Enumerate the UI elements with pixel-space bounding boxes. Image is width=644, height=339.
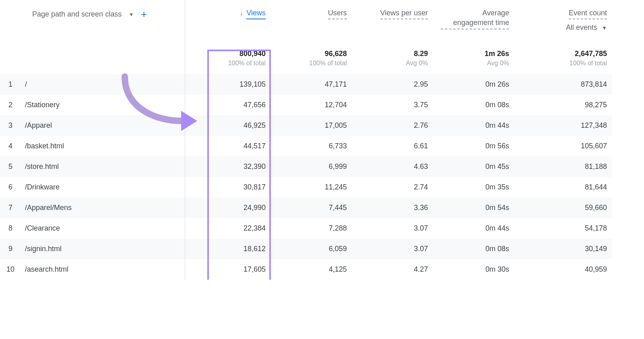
cell-event-count: 98,275 xyxy=(514,95,612,115)
row-index: 9 xyxy=(0,239,25,259)
cell-users: 17,005 xyxy=(270,115,352,136)
cell-event-count: 81,188 xyxy=(514,156,612,177)
cell-users: 7,445 xyxy=(270,198,352,218)
page-path[interactable]: /Apparel/Mens xyxy=(25,198,189,218)
total-views: 800,940 100% of total xyxy=(189,40,270,74)
total-views-per-user: 8.29 Avg 0% xyxy=(352,40,433,74)
cell-avg-engagement-time: 0m 26s xyxy=(433,74,514,95)
cell-event-count: 59,660 xyxy=(514,198,612,218)
cell-views: 32,390 xyxy=(189,156,270,177)
cell-avg-engagement-time: 0m 08s xyxy=(433,95,514,115)
table-row[interactable]: 4/basket.html44,5176,7336.610m 56s105,60… xyxy=(0,136,612,156)
cell-event-count: 54,178 xyxy=(514,218,612,239)
page-path[interactable]: /basket.html xyxy=(25,136,189,156)
sort-descending-icon: ↓ xyxy=(240,10,243,17)
chevron-down-icon: ▼ xyxy=(602,25,607,31)
cell-views-per-user: 3.07 xyxy=(352,218,433,239)
col-header-users[interactable]: Users xyxy=(270,0,352,40)
cell-users: 12,704 xyxy=(270,95,352,115)
cell-views-per-user: 3.75 xyxy=(352,95,433,115)
cell-views: 17,605 xyxy=(189,259,270,280)
cell-views-per-user: 3.36 xyxy=(352,198,433,218)
cell-views: 18,612 xyxy=(189,239,270,259)
cell-avg-engagement-time: 0m 35s xyxy=(433,177,514,198)
row-index: 6 xyxy=(0,177,25,198)
page-path[interactable]: /Stationery xyxy=(25,95,189,115)
page-path[interactable]: /signin.html xyxy=(25,239,189,259)
analytics-table: Page path and screen class ▼ + ↓ Views U… xyxy=(0,0,612,280)
row-index: 1 xyxy=(0,74,25,95)
table-row[interactable]: 10/asearch.html17,6054,1254.270m 30s40,9… xyxy=(0,259,612,280)
cell-views: 47,656 xyxy=(189,95,270,115)
cell-views: 44,517 xyxy=(189,136,270,156)
cell-views-per-user: 2.74 xyxy=(352,177,433,198)
page-path[interactable]: /Apparel xyxy=(25,115,189,136)
total-users: 96,628 100% of total xyxy=(270,40,352,74)
event-filter-dropdown[interactable]: All events ▼ xyxy=(514,23,607,32)
row-index: 3 xyxy=(0,115,25,136)
table-row[interactable]: 1/139,10547,1712.950m 26s873,814 xyxy=(0,74,612,95)
table-row[interactable]: 3/Apparel46,92517,0052.760m 44s127,348 xyxy=(0,115,612,136)
cell-event-count: 127,348 xyxy=(514,115,612,136)
cell-users: 7,288 xyxy=(270,218,352,239)
chevron-down-icon[interactable]: ▼ xyxy=(129,12,134,17)
table-header-row: Page path and screen class ▼ + ↓ Views U… xyxy=(0,0,612,40)
col-header-avg-engagement-time[interactable]: Average engagement time xyxy=(433,0,514,40)
cell-views-per-user: 6.61 xyxy=(352,136,433,156)
row-index: 10 xyxy=(0,259,25,280)
cell-avg-engagement-time: 0m 08s xyxy=(433,239,514,259)
cell-users: 4,125 xyxy=(270,259,352,280)
cell-users: 11,245 xyxy=(270,177,352,198)
cell-views-per-user: 2.95 xyxy=(352,74,433,95)
cell-avg-engagement-time: 0m 54s xyxy=(433,198,514,218)
cell-event-count: 40,959 xyxy=(514,259,612,280)
cell-event-count: 30,149 xyxy=(514,239,612,259)
col-header-views-per-user[interactable]: Views per user xyxy=(352,0,433,40)
col-header-views[interactable]: ↓ Views xyxy=(189,0,270,40)
page-path[interactable]: / xyxy=(25,74,189,95)
cell-event-count: 873,814 xyxy=(514,74,612,95)
page-path[interactable]: /Clearance xyxy=(25,218,189,239)
table-row[interactable]: 2/Stationery47,65612,7043.750m 08s98,275 xyxy=(0,95,612,115)
table-row[interactable]: 8/Clearance22,3847,2883.070m 44s54,178 xyxy=(0,218,612,239)
col-header-event-count[interactable]: Event count All events ▼ xyxy=(514,0,612,40)
cell-views-per-user: 2.76 xyxy=(352,115,433,136)
cell-users: 47,171 xyxy=(270,74,352,95)
cell-views-per-user: 3.07 xyxy=(352,239,433,259)
cell-event-count: 81,644 xyxy=(514,177,612,198)
cell-views: 46,925 xyxy=(189,115,270,136)
cell-views-per-user: 4.27 xyxy=(352,259,433,280)
table-row[interactable]: 6/Drinkware30,81711,2452.740m 35s81,644 xyxy=(0,177,612,198)
cell-avg-engagement-time: 0m 44s xyxy=(433,218,514,239)
cell-users: 6,999 xyxy=(270,156,352,177)
totals-row: 800,940 100% of total 96,628 100% of tot… xyxy=(0,40,612,74)
total-event-count: 2,647,785 100% of total xyxy=(514,40,612,74)
row-index: 5 xyxy=(0,156,25,177)
table-row[interactable]: 7/Apparel/Mens24,9907,4453.360m 54s59,66… xyxy=(0,198,612,218)
cell-views: 24,990 xyxy=(189,198,270,218)
total-avg-engagement-time: 1m 26s Avg 0% xyxy=(433,40,514,74)
page-path[interactable]: /asearch.html xyxy=(25,259,189,280)
row-index: 8 xyxy=(0,218,25,239)
cell-views: 22,384 xyxy=(189,218,270,239)
row-index: 2 xyxy=(0,95,25,115)
cell-avg-engagement-time: 0m 44s xyxy=(433,115,514,136)
cell-event-count: 105,607 xyxy=(514,136,612,156)
cell-views: 139,105 xyxy=(189,74,270,95)
page-path[interactable]: /store.html xyxy=(25,156,189,177)
table-row[interactable]: 5/store.html32,3906,9994.630m 45s81,188 xyxy=(0,156,612,177)
table-row[interactable]: 9/signin.html18,6126,0593.070m 08s30,149 xyxy=(0,239,612,259)
cell-users: 6,733 xyxy=(270,136,352,156)
cell-avg-engagement-time: 0m 56s xyxy=(433,136,514,156)
page-path[interactable]: /Drinkware xyxy=(25,177,189,198)
row-index: 7 xyxy=(0,198,25,218)
cell-users: 6,059 xyxy=(270,239,352,259)
cell-avg-engagement-time: 0m 45s xyxy=(433,156,514,177)
dimension-picker[interactable]: Page path and screen class xyxy=(32,10,122,19)
cell-views: 30,817 xyxy=(189,177,270,198)
row-index: 4 xyxy=(0,136,25,156)
cell-avg-engagement-time: 0m 30s xyxy=(433,259,514,280)
add-dimension-button[interactable]: + xyxy=(141,8,147,21)
cell-views-per-user: 4.63 xyxy=(352,156,433,177)
